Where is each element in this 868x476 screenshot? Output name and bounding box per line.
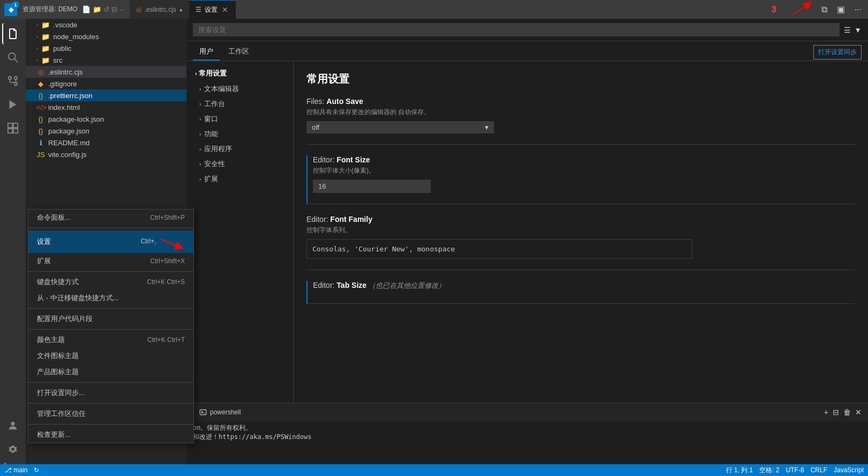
nav-app[interactable]: ›应用程序	[186, 142, 293, 157]
file-src[interactable]: › 📁 src	[26, 54, 186, 66]
menu-separator-1	[28, 228, 193, 228]
svg-line-2	[14, 59, 18, 62]
split-editor-icon[interactable]: ⧉	[819, 3, 829, 17]
file-eslintrc[interactable]: ◎ .eslintrc.cjs	[26, 66, 186, 78]
terminal-bar: powershell + ⊟ 🗑 ✕	[186, 403, 868, 421]
arrow-2-svg	[158, 234, 185, 250]
activity-extensions[interactable]	[2, 117, 24, 139]
setting-font-family: Editor: Font Family 控制字体系列。	[306, 215, 855, 270]
svg-rect-12	[8, 129, 12, 133]
file-readme[interactable]: ℹ README.md	[26, 137, 186, 148]
tab-settings[interactable]: ☰ 设置 ✕	[189, 0, 236, 19]
terminal-split-icon[interactable]: ⊟	[833, 408, 839, 416]
new-file-icon[interactable]: 📄	[82, 5, 91, 13]
font-family-input[interactable]	[312, 243, 686, 255]
settings-search-input[interactable]	[193, 23, 840, 36]
more-icon[interactable]: ···	[852, 3, 864, 17]
file-node-modules[interactable]: › 📁 node_modules	[26, 31, 186, 42]
activity-git[interactable]	[2, 70, 24, 92]
svg-rect-10	[8, 123, 12, 128]
nav-window[interactable]: ›窗口	[186, 111, 293, 127]
terminal-add-icon[interactable]: +	[824, 408, 828, 416]
nav-workbench[interactable]: ›工作台	[186, 96, 293, 111]
menu-extensions[interactable]: 扩展 Ctrl+Shift+X	[28, 253, 193, 269]
terminal-delete-icon[interactable]: 🗑	[843, 408, 851, 416]
settings-icon: ☰	[196, 6, 201, 13]
filter-list-icon[interactable]: ☰	[844, 26, 851, 34]
tab-workspace[interactable]: 工作区	[222, 43, 256, 61]
collapse-icon[interactable]: ⊟	[111, 5, 117, 13]
menu-keyboard-shortcuts[interactable]: 键盘快捷方式 Ctrl+K Ctrl+S	[28, 274, 193, 290]
refresh-icon[interactable]: ↺	[103, 5, 109, 13]
nav-text-editor[interactable]: ›文本编辑器	[186, 81, 293, 96]
menu-separator-7	[28, 424, 193, 425]
file-vite-config[interactable]: JS vite.config.js	[26, 148, 186, 160]
file-prettierrc[interactable]: {} .prettierrc.json	[26, 90, 186, 101]
file-index-html[interactable]: </> index.html	[26, 101, 186, 113]
sync-icon[interactable]: ↻	[34, 466, 39, 474]
menu-file-icon-theme[interactable]: 文件图标主题	[28, 348, 193, 364]
terminal-close-icon[interactable]: ✕	[855, 408, 862, 416]
file-gitignore[interactable]: ◆ .gitignore	[26, 78, 186, 90]
tab-user[interactable]: 用户	[193, 43, 220, 61]
menu-separator-3	[28, 308, 193, 309]
setting-auto-save-select[interactable]: off ▾	[306, 121, 494, 133]
new-folder-icon[interactable]: 📁	[93, 5, 101, 13]
context-menu: 命令面板... Ctrl+Shift+P 设置 Ctrl+, 扩展 Ctrl+S…	[28, 209, 194, 443]
activity-search[interactable]	[2, 47, 24, 68]
file-package-lock[interactable]: {} package-lock.json	[26, 113, 186, 125]
title-bar: ◈ 1 资源管理器: DEMO 📄 📁 ↺ ⊟ ··· ◎ .eslintrc.…	[0, 0, 868, 19]
svg-line-15	[161, 239, 179, 247]
setting-font-family-label: Editor: Font Family	[306, 215, 855, 224]
language-indicator[interactable]: JavaScript	[834, 466, 864, 474]
menu-separator-5	[28, 382, 193, 383]
eslint-icon: ◎	[136, 6, 141, 13]
terminal-tab-powershell[interactable]: powershell	[193, 406, 247, 418]
chevron-icon: ›	[36, 34, 38, 40]
activity-explorer[interactable]	[2, 23, 24, 44]
open-settings-sync-button[interactable]: 打开设置同步	[813, 45, 862, 59]
more-actions-icon[interactable]: ···	[119, 5, 125, 13]
activity-settings-gear[interactable]: 1	[2, 438, 24, 460]
menu-manage-trust[interactable]: 管理工作区信任	[28, 406, 193, 422]
auto-save-link[interactable]: 自动保存	[398, 108, 424, 116]
git-branch-icon[interactable]: ⎇ main	[4, 466, 27, 474]
nav-security[interactable]: ›安全性	[186, 157, 293, 172]
nav-chevron: ›	[199, 161, 201, 167]
nav-extensions[interactable]: ›扩展	[186, 172, 293, 187]
menu-configure-snippets[interactable]: 配置用户代码片段	[28, 311, 193, 327]
nav-features[interactable]: ›功能	[186, 127, 293, 142]
tab-eslintrc-dot: ●	[179, 7, 183, 13]
line-col-indicator: 行 1, 列 1	[726, 466, 753, 475]
menu-command-palette[interactable]: 命令面板... Ctrl+Shift+P	[28, 210, 193, 226]
tab-settings-close[interactable]: ✕	[221, 4, 229, 15]
menu-open-settings-sync[interactable]: 打开设置同步...	[28, 385, 193, 401]
select-chevron-icon: ▾	[485, 123, 489, 131]
settings-section-heading: 常用设置	[306, 72, 855, 86]
file-vscode[interactable]: › 📁 .vscode	[26, 19, 186, 31]
eslint-file-icon: ◎	[36, 68, 45, 76]
file-public[interactable]: › 📁 public	[26, 42, 186, 54]
extensions-icon	[7, 122, 19, 134]
activity-account[interactable]	[2, 415, 24, 436]
menu-check-updates[interactable]: 检查更新...	[28, 427, 193, 443]
terminal-tab-label: powershell	[210, 408, 241, 416]
terminal-line-2: 和改进！https://aka.ms/PSWindows	[193, 433, 862, 442]
filter-icon[interactable]: ▼	[854, 26, 862, 34]
tab-eslintrc[interactable]: ◎ .eslintrc.cjs ●	[130, 0, 189, 19]
file-package-json[interactable]: {} package.json	[26, 125, 186, 137]
nav-chevron: ›	[199, 176, 201, 182]
menu-color-theme[interactable]: 颜色主题 Ctrl+K Ctrl+T	[28, 332, 193, 348]
chevron-icon: ›	[36, 57, 38, 63]
toggle-panel-icon[interactable]: ▣	[835, 2, 847, 17]
git-file-icon: ◆	[36, 80, 45, 88]
activity-run[interactable]	[2, 94, 24, 115]
menu-product-icon-theme[interactable]: 产品图标主题	[28, 364, 193, 380]
menu-migrate-shortcuts[interactable]: 从 - 中迁移键盘快捷方式...	[28, 290, 193, 306]
nav-chevron-common: ›	[195, 70, 197, 77]
svg-rect-11	[13, 123, 18, 128]
menu-settings[interactable]: 设置 Ctrl+,	[28, 230, 193, 253]
menu-separator-4	[28, 329, 193, 330]
font-size-input[interactable]	[313, 180, 431, 193]
js-file-icon: JS	[36, 151, 45, 159]
